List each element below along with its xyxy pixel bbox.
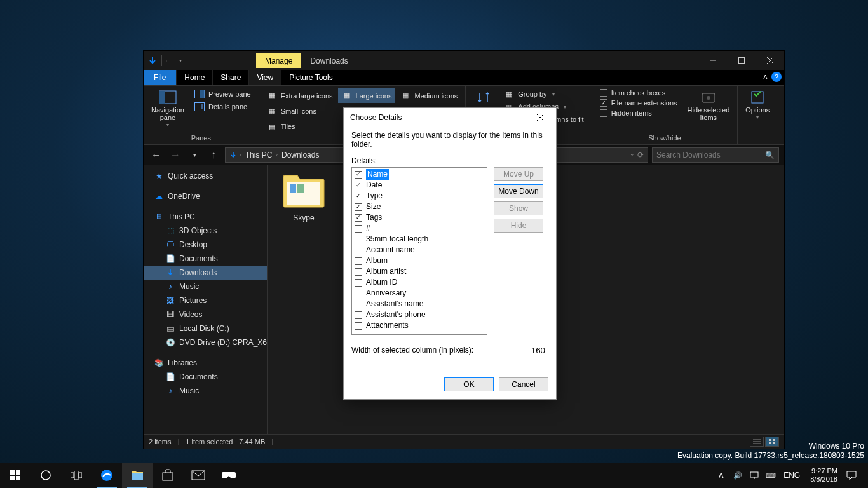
tab-home[interactable]: Home (177, 70, 213, 85)
details-listbox[interactable]: ✓Name✓Date✓Type✓Size✓Tags#35mm focal len… (351, 167, 487, 335)
details-list-item[interactable]: Assistant's name (353, 299, 485, 309)
layout-large-icons[interactable]: ▦Large icons (338, 88, 396, 103)
folder-item-skype[interactable]: Skype (275, 173, 332, 222)
qat-properties-icon[interactable]: ▭ (166, 58, 171, 64)
details-pane-button[interactable]: Details pane (191, 101, 255, 112)
language-indicator[interactable]: ENG (781, 471, 803, 480)
tree-desktop[interactable]: 🖵Desktop (144, 238, 267, 252)
hidden-items-toggle[interactable]: Hidden items (596, 109, 681, 118)
layout-tiles[interactable]: ▤Tiles (263, 119, 337, 134)
checkbox-icon[interactable] (355, 322, 362, 330)
options-button[interactable]: Options ▾ (742, 88, 773, 143)
help-icon[interactable]: ? (771, 72, 782, 82)
details-list-item[interactable]: ✓Date (353, 180, 485, 191)
tree-documents[interactable]: 📄Documents (144, 252, 267, 266)
checkbox-icon[interactable] (355, 225, 362, 233)
preview-pane-button[interactable]: Preview pane (191, 88, 255, 100)
hide-selected-items-button[interactable]: Hide selected items (684, 88, 734, 134)
cancel-button[interactable]: Cancel (499, 377, 548, 391)
layout-small-icons[interactable]: ▦Small icons (263, 104, 337, 118)
volume-icon[interactable]: 🔊 (731, 469, 744, 482)
tree-local-disk[interactable]: 🖴Local Disk (C:) (144, 322, 267, 336)
checkbox-icon[interactable] (355, 290, 362, 297)
tree-quick-access[interactable]: ★Quick access (144, 169, 267, 183)
checkbox-checked-icon[interactable]: ✓ (355, 182, 362, 189)
breadcrumb-this-pc[interactable]: This PC (243, 151, 275, 159)
group-by-button[interactable]: ▦Group by▾ (500, 88, 587, 100)
file-name-extensions-toggle[interactable]: ✓File name extensions (596, 98, 681, 107)
details-list-item[interactable]: Album ID (353, 277, 485, 288)
task-view-button[interactable] (61, 463, 92, 488)
qat-customize-dropdown-icon[interactable]: ▾ (179, 58, 182, 64)
taskbar-app-edge[interactable] (92, 463, 122, 488)
checkbox-icon[interactable] (355, 257, 362, 265)
checkbox-icon[interactable] (355, 311, 362, 319)
column-width-input[interactable] (522, 344, 548, 356)
tree-downloads[interactable]: Downloads (144, 266, 267, 280)
start-button[interactable] (0, 463, 31, 488)
layout-medium-icons[interactable]: ▦Medium icons (397, 88, 461, 103)
tree-videos[interactable]: 🎞Videos (144, 308, 267, 322)
checkbox-icon[interactable] (355, 268, 362, 276)
action-center-icon[interactable] (845, 469, 858, 482)
tree-dvd-drive[interactable]: 💿DVD Drive (D:) CPRA_X64F (144, 336, 267, 349)
ok-button[interactable]: OK (444, 377, 494, 391)
tab-view[interactable]: View (249, 70, 281, 85)
details-list-item[interactable]: # (353, 223, 485, 234)
details-list-item[interactable]: Anniversary (353, 288, 485, 299)
tree-libraries[interactable]: 📚Libraries (144, 356, 267, 370)
details-list-item[interactable]: Album (353, 255, 485, 266)
checkbox-icon[interactable] (355, 247, 362, 254)
breadcrumb-downloads[interactable]: Downloads (279, 151, 322, 159)
up-button[interactable]: ↑ (206, 147, 221, 163)
item-check-boxes-toggle[interactable]: Item check boxes (596, 88, 681, 97)
chevron-right-icon[interactable]: › (240, 152, 241, 158)
checkbox-checked-icon[interactable]: ✓ (355, 171, 362, 179)
taskbar-app-store[interactable] (153, 463, 183, 488)
search-input[interactable]: Search Downloads 🔍 (652, 147, 779, 163)
taskbar-app-explorer[interactable] (122, 463, 153, 488)
collapse-ribbon-icon[interactable]: ᐱ (763, 74, 768, 81)
titlebar[interactable]: ▭ ▾ Manage Downloads (144, 51, 784, 70)
clock[interactable]: 9:27 PM 8/8/2018 (806, 467, 841, 484)
history-dropdown-icon[interactable]: ⌄ (630, 151, 635, 159)
tray-overflow-icon[interactable]: ᐱ (715, 469, 728, 482)
checkbox-icon[interactable] (355, 279, 362, 287)
details-list-item[interactable]: Album artist (353, 266, 485, 277)
checkbox-checked-icon[interactable]: ✓ (355, 203, 362, 211)
tab-share[interactable]: Share (213, 70, 249, 85)
move-down-button[interactable]: Move Down (494, 184, 543, 198)
details-list-item[interactable]: 35mm focal length (353, 234, 485, 245)
taskbar-app-mixed-reality[interactable] (214, 463, 244, 488)
close-button[interactable] (756, 51, 784, 70)
hide-button[interactable]: Hide (494, 219, 543, 233)
checkbox-checked-icon[interactable]: ✓ (355, 214, 362, 222)
tree-lib-documents[interactable]: 📄Documents (144, 370, 267, 384)
tab-picture-tools[interactable]: Picture Tools (281, 70, 341, 85)
keyboard-icon[interactable]: ⌨ (764, 469, 777, 482)
layout-extra-large-icons[interactable]: ▦Extra large icons (263, 88, 337, 103)
navigation-pane[interactable]: ★Quick access ☁OneDrive 🖥This PC ⬚3D Obj… (144, 165, 268, 434)
forward-button[interactable]: → (168, 147, 183, 163)
show-desktop-button[interactable] (862, 463, 865, 488)
maximize-button[interactable] (727, 51, 756, 70)
minimize-button[interactable] (698, 51, 727, 70)
tree-pictures[interactable]: 🖼Pictures (144, 294, 267, 308)
move-up-button[interactable]: Move Up (494, 167, 543, 181)
details-list-item[interactable]: Attachments (353, 320, 485, 331)
navigation-pane-button[interactable]: Navigation pane ▾ (147, 88, 188, 134)
contextual-tab-manage[interactable]: Manage (256, 53, 301, 68)
show-button[interactable]: Show (494, 201, 543, 215)
details-list-item[interactable]: Account name (353, 245, 485, 255)
tree-music[interactable]: ♪Music (144, 280, 267, 294)
tab-file[interactable]: File (144, 70, 177, 85)
taskbar[interactable]: ᐱ 🔊 ⌨ ENG 9:27 PM 8/8/2018 (0, 463, 868, 488)
checkbox-icon[interactable] (355, 236, 362, 243)
details-list-item[interactable]: ✓Type (353, 191, 485, 201)
tree-this-pc[interactable]: 🖥This PC (144, 210, 267, 224)
checkbox-icon[interactable] (355, 301, 362, 308)
chevron-right-icon[interactable]: › (276, 152, 278, 158)
checkbox-checked-icon[interactable]: ✓ (355, 193, 362, 200)
tree-3d-objects[interactable]: ⬚3D Objects (144, 224, 267, 238)
back-button[interactable]: ← (149, 147, 164, 163)
